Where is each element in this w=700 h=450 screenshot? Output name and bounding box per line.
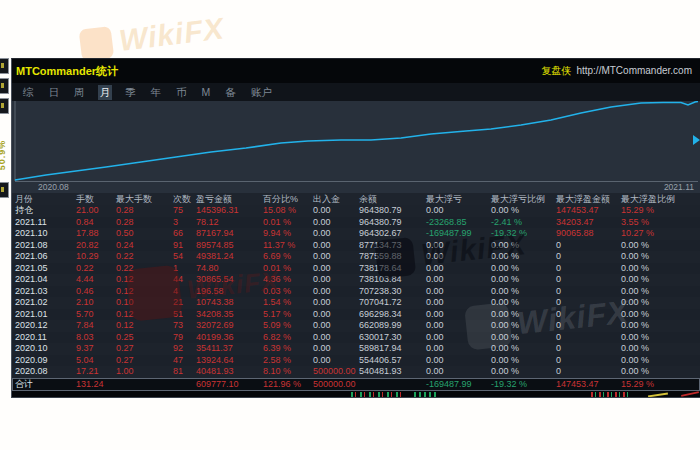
cell-最大浮盈金额: 0 bbox=[556, 251, 621, 263]
cell-手数: 17.88 bbox=[76, 228, 116, 240]
cell-次数: 1 bbox=[173, 263, 196, 275]
column-header[interactable]: 余额 bbox=[359, 193, 426, 205]
cell-盈亏金额: 13924.64 bbox=[196, 355, 263, 367]
cell-最大浮盈比例: 0.00 % bbox=[621, 240, 700, 252]
menu-item-周[interactable]: 周 bbox=[72, 85, 87, 100]
table-row-2020.09[interactable]: 2020.095.040.274713924.642.58 %0.0055440… bbox=[12, 355, 700, 367]
cell-盈亏金额: 40481.93 bbox=[196, 366, 263, 378]
mtcommander-window: MTCommander统计 复盘侠http://MTCommander.com … bbox=[11, 58, 700, 398]
cell-最大浮盈比例: 0.00 % bbox=[621, 332, 700, 344]
clipped-bars bbox=[591, 392, 629, 397]
table-row-2021.04[interactable]: 2021.044.440.124430865.544.36 %0.0073810… bbox=[12, 274, 700, 286]
menu-item-月[interactable]: 月 bbox=[98, 85, 113, 100]
cell-百分比%: 15.08 % bbox=[263, 205, 313, 217]
table-row-2021.06[interactable]: 2021.0610.290.225449381.246.69 %0.007875… bbox=[12, 251, 700, 263]
cell-最大浮盈金额: 0 bbox=[556, 274, 621, 286]
cell-百分比%: 6.82 % bbox=[263, 332, 313, 344]
cell-最大浮亏比例: 0.00 % bbox=[491, 251, 556, 263]
table-row-2021.01[interactable]: 2021.015.700.125134208.355.17 %0.0069629… bbox=[12, 309, 700, 321]
cell-月份: 2021.08 bbox=[12, 240, 76, 252]
cell-余额: 964380.79 bbox=[359, 205, 426, 217]
cell-次数: 66 bbox=[173, 228, 196, 240]
cell-出入金: 0.00 bbox=[313, 320, 359, 332]
cell-次数: 3 bbox=[173, 217, 196, 229]
table-row-2021.08[interactable]: 2021.0820.820.249189574.8511.37 %0.00877… bbox=[12, 240, 700, 252]
menu-item-日[interactable]: 日 bbox=[47, 85, 62, 100]
menu-item-季[interactable]: 季 bbox=[123, 85, 138, 100]
column-header[interactable]: 百分比% bbox=[263, 193, 313, 205]
cell-最大浮亏: 0.00 bbox=[426, 251, 491, 263]
table-row-2020.10[interactable]: 2020.109.370.279235411.376.39 %0.0058981… bbox=[12, 343, 700, 355]
cell-最大浮亏比例: 0.00 % bbox=[491, 286, 556, 298]
cell-最大浮亏: 0.00 bbox=[426, 343, 491, 355]
cell-百分比%: 4.36 % bbox=[263, 274, 313, 286]
cell-月份: 2020.09 bbox=[12, 355, 76, 367]
cell-最大浮亏比例: 0.00 % bbox=[491, 309, 556, 321]
cell-月份: 持仓 bbox=[12, 205, 76, 217]
menu-item-M[interactable]: M bbox=[200, 85, 213, 100]
column-header[interactable]: 最大浮盈金额 bbox=[556, 193, 621, 205]
column-header[interactable]: 盈亏金额 bbox=[196, 193, 263, 205]
table-row-2021.03[interactable]: 2021.030.460.124196.580.03 %0.00707238.3… bbox=[12, 286, 700, 298]
table-total-row[interactable]: 合计131.24609777.10121.96 %500000.00-16948… bbox=[12, 378, 700, 391]
cell-余额: 696298.34 bbox=[359, 309, 426, 321]
column-header[interactable]: 最大浮盈比例 bbox=[621, 193, 700, 205]
cell-余额: 589817.94 bbox=[359, 343, 426, 355]
table-row-2021.02[interactable]: 2021.022.100.102110743.381.54 %0.0070704… bbox=[12, 297, 700, 309]
cell-余额: 662089.99 bbox=[359, 320, 426, 332]
table-row-2020.08[interactable]: 2020.0817.211.008140481.938.10 %500000.0… bbox=[12, 366, 700, 378]
cell-出入金: 0.00 bbox=[313, 217, 359, 229]
cell-出入金: 500000.00 bbox=[313, 378, 359, 391]
column-header[interactable]: 手数 bbox=[76, 193, 116, 205]
column-header[interactable]: 月份 bbox=[12, 193, 76, 205]
cell-百分比%: 5.09 % bbox=[263, 320, 313, 332]
cell-最大手数: 1.00 bbox=[116, 366, 173, 378]
cell-月份: 2021.04 bbox=[12, 274, 76, 286]
cell-最大手数 bbox=[116, 378, 173, 391]
table-row-2021.11[interactable]: 2021.110.840.28378.120.01 %0.00964380.79… bbox=[12, 217, 700, 229]
cell-月份: 2020.08 bbox=[12, 366, 76, 378]
table-row-2021.10[interactable]: 2021.1017.880.506687167.949.94 %0.009643… bbox=[12, 228, 700, 240]
table-row-2021.05[interactable]: 2021.050.220.22174.800.01 %0.00738178.64… bbox=[12, 263, 700, 275]
cell-最大浮亏: 0.00 bbox=[426, 332, 491, 344]
cell-最大浮盈金额: 0 bbox=[556, 240, 621, 252]
column-header[interactable]: 出入金 bbox=[313, 193, 359, 205]
title-bar[interactable]: MTCommander统计 复盘侠http://MTCommander.com bbox=[12, 59, 700, 83]
column-header[interactable]: 最大手数 bbox=[116, 193, 173, 205]
cell-最大手数: 0.22 bbox=[116, 263, 173, 275]
cell-最大浮亏: -169487.99 bbox=[426, 378, 491, 391]
cell-最大浮亏比例: 0.00 % bbox=[491, 297, 556, 309]
cell-最大浮盈金额: 147453.47 bbox=[556, 205, 621, 217]
cell-最大手数: 0.24 bbox=[116, 240, 173, 252]
menu-item-币[interactable]: 币 bbox=[174, 85, 189, 100]
table-header-row: 月份手数最大手数次数盈亏金额百分比%出入金余额最大浮亏最大浮亏比例最大浮盈金额最… bbox=[12, 193, 700, 205]
cell-次数: 91 bbox=[173, 240, 196, 252]
table-row-2020.12[interactable]: 2020.127.840.127332072.695.09 %0.0066208… bbox=[12, 320, 700, 332]
menu-item-账户[interactable]: 账户 bbox=[249, 85, 274, 100]
table-row-2020.11[interactable]: 2020.118.030.257940199.366.82 %0.0063001… bbox=[12, 332, 700, 344]
menu-item-年[interactable]: 年 bbox=[149, 85, 164, 100]
cell-最大浮亏比例: 0.00 % bbox=[491, 240, 556, 252]
cell-盈亏金额: 87167.94 bbox=[196, 228, 263, 240]
cell-手数: 17.21 bbox=[76, 366, 116, 378]
cell-盈亏金额: 609777.10 bbox=[196, 378, 263, 391]
menu-item-综[interactable]: 综 bbox=[21, 85, 36, 100]
table-row-持仓[interactable]: 持仓21.000.2875145396.3115.08 %0.00964380.… bbox=[12, 205, 700, 217]
cell-盈亏金额: 30865.54 bbox=[196, 274, 263, 286]
cell-最大浮盈金额: 90065.88 bbox=[556, 228, 621, 240]
clipped-bottom-strip bbox=[12, 391, 700, 399]
equity-chart: 2020.08 2021.11 WikiFX bbox=[12, 101, 700, 193]
cell-手数: 131.24 bbox=[76, 378, 116, 391]
cell-最大浮盈比例: 15.29 % bbox=[621, 205, 700, 217]
cell-出入金: 0.00 bbox=[313, 228, 359, 240]
cell-手数: 5.04 bbox=[76, 355, 116, 367]
column-header[interactable]: 最大浮亏 bbox=[426, 193, 491, 205]
equity-line bbox=[15, 102, 698, 181]
cell-最大浮亏比例: 0.00 % bbox=[491, 263, 556, 275]
cell-月份: 2020.11 bbox=[12, 332, 76, 344]
cell-最大浮亏: 0.00 bbox=[426, 309, 491, 321]
column-header[interactable]: 最大浮亏比例 bbox=[491, 193, 556, 205]
column-header[interactable]: 次数 bbox=[173, 193, 196, 205]
menu-item-备[interactable]: 备 bbox=[223, 85, 238, 100]
clipped-bars bbox=[648, 392, 668, 397]
